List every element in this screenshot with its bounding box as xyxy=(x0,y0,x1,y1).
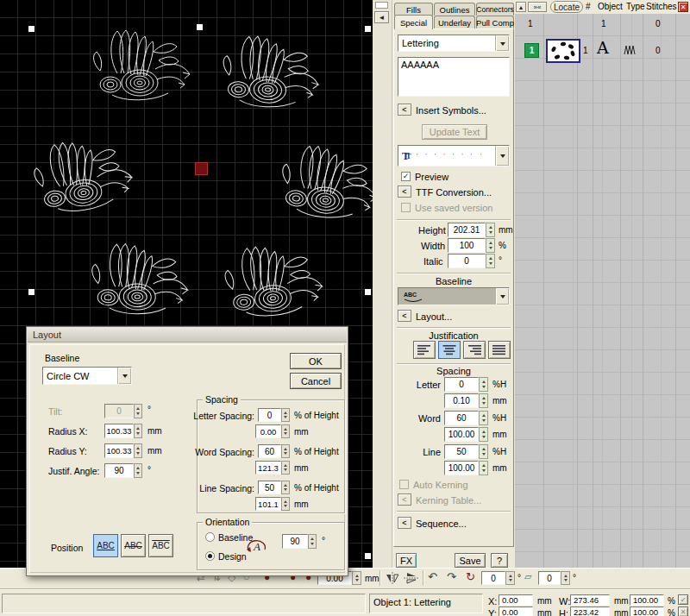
orientation-design-radio[interactable] xyxy=(205,551,215,561)
object-kind-select[interactable]: Lettering xyxy=(398,35,510,52)
orientation-baseline-radio[interactable] xyxy=(205,532,215,542)
apply-button[interactable]: ✓ xyxy=(678,594,688,605)
tab-fills[interactable]: Fills xyxy=(394,3,433,16)
baseline-type-select[interactable]: Circle CW xyxy=(42,367,132,385)
letter-spacing-pct-input[interactable] xyxy=(444,377,479,392)
insert-symbols-label[interactable]: Insert Symbols... xyxy=(416,105,486,116)
width-field[interactable] xyxy=(570,594,610,606)
rotate-angle-stepper[interactable] xyxy=(505,571,515,585)
selection-handle[interactable] xyxy=(28,289,34,295)
chevron-down-icon[interactable] xyxy=(495,288,509,305)
object-thumbnail[interactable] xyxy=(546,39,580,63)
locate-button[interactable]: Locate xyxy=(550,1,583,13)
lettering-motif[interactable] xyxy=(30,134,135,217)
color-badge[interactable]: 1 xyxy=(524,43,539,58)
height-stepper[interactable] xyxy=(486,223,495,237)
save-button[interactable]: Save xyxy=(455,553,486,568)
word-spacing-pct-stepper[interactable] xyxy=(479,411,488,425)
line-spacing-pct-stepper[interactable] xyxy=(479,444,488,459)
baseline-select[interactable]: ABC xyxy=(398,287,510,305)
justif-angle-input[interactable] xyxy=(104,463,134,478)
rotate-angle-input[interactable] xyxy=(481,571,505,585)
cancel-button[interactable]: Cancel xyxy=(290,373,342,389)
rotation-center-marker[interactable] xyxy=(195,162,208,175)
kerning-table-button[interactable]: < xyxy=(398,493,411,506)
letter-spacing-mm-stepper[interactable] xyxy=(281,424,290,438)
radius-x-input[interactable] xyxy=(104,424,134,438)
selection-handle[interactable] xyxy=(365,26,371,32)
ok-button[interactable]: OK xyxy=(290,353,342,369)
chevron-down-icon[interactable] xyxy=(495,146,509,166)
justify-left-button[interactable] xyxy=(413,341,436,359)
tab-underlay[interactable]: Underlay xyxy=(434,16,475,28)
selection-handle[interactable] xyxy=(365,553,371,559)
chevron-down-icon[interactable] xyxy=(495,35,509,51)
justify-center-button[interactable] xyxy=(438,341,461,359)
word-spacing-mm-stepper[interactable] xyxy=(281,461,290,475)
lettering-text-input[interactable] xyxy=(398,57,510,97)
letter-spacing-mm-input[interactable] xyxy=(444,393,479,408)
line-spacing-pct-stepper[interactable] xyxy=(281,481,290,494)
justify-full-button[interactable] xyxy=(488,341,511,359)
lettering-motif[interactable] xyxy=(94,30,190,100)
ttf-conversion-label[interactable]: TTF Conversion... xyxy=(416,187,492,198)
tab-special[interactable]: Special xyxy=(394,15,433,29)
skew-angle-input[interactable] xyxy=(538,571,561,585)
italic-stepper[interactable] xyxy=(486,254,495,268)
position-baseline-below-button[interactable]: ABC xyxy=(93,534,118,557)
chevron-down-icon[interactable] xyxy=(117,368,131,384)
lettering-motif[interactable] xyxy=(91,242,189,316)
preview-checkbox[interactable]: ✓ xyxy=(401,172,411,181)
height-field[interactable] xyxy=(570,607,610,616)
word-spacing-mm-stepper[interactable] xyxy=(479,427,488,442)
line-spacing-mm-input[interactable] xyxy=(255,497,281,511)
object-list-body[interactable]: 1 1 0 1 1 A 0 xyxy=(515,14,690,568)
width-scale-field[interactable] xyxy=(630,594,664,606)
cancel-edit-button[interactable]: ✕ xyxy=(678,607,688,616)
skew-angle-stepper[interactable] xyxy=(561,571,570,585)
word-spacing-mm-input[interactable] xyxy=(255,461,281,475)
word-spacing-pct-input[interactable] xyxy=(444,411,479,425)
word-spacing-pct-stepper[interactable] xyxy=(281,444,290,458)
radius-y-stepper[interactable] xyxy=(134,443,142,458)
tab-connectors[interactable]: Connectors xyxy=(476,3,514,16)
flip-vertical-button[interactable] xyxy=(404,570,421,586)
radius-x-stepper[interactable] xyxy=(134,424,142,438)
letter-spacing-pct-input[interactable] xyxy=(258,408,281,422)
insert-symbols-button[interactable]: < xyxy=(398,104,411,116)
justif-angle-stepper[interactable] xyxy=(134,463,142,478)
ttf-conversion-button[interactable]: < xyxy=(398,185,411,198)
italic-input[interactable] xyxy=(448,254,486,268)
radius-y-input[interactable] xyxy=(104,443,134,458)
rotate-ccw-icon[interactable]: ↶ xyxy=(428,570,437,583)
panel-grip[interactable] xyxy=(375,2,388,9)
auto-kerning-checkbox[interactable] xyxy=(399,480,409,489)
lettering-motif[interactable] xyxy=(278,142,373,223)
dialog-title-bar[interactable]: Layout xyxy=(28,328,347,343)
letter-spacing-pct-stepper[interactable] xyxy=(281,408,290,422)
justify-right-button[interactable] xyxy=(463,341,486,359)
tab-pull-comp[interactable]: Pull Comp xyxy=(476,16,514,28)
selection-handle[interactable] xyxy=(28,26,34,32)
update-text-button[interactable]: Update Text xyxy=(422,124,487,140)
x-position-field[interactable] xyxy=(499,594,533,606)
dock-panel-button[interactable]: ▴ xyxy=(516,2,526,12)
orientation-angle-input[interactable] xyxy=(282,534,308,549)
word-spacing-mm-input[interactable] xyxy=(444,427,479,442)
y-position-field[interactable] xyxy=(499,607,533,616)
position-baseline-middle-button[interactable]: ABC xyxy=(121,534,146,557)
help-button[interactable]: ? xyxy=(491,553,508,568)
line-spacing-mm-stepper[interactable] xyxy=(281,497,290,511)
object-row[interactable]: 1 1 A 0 xyxy=(515,36,690,64)
tab-outlines[interactable]: Outlines xyxy=(434,3,475,16)
orientation-angle-stepper[interactable] xyxy=(308,534,317,549)
panel-collapse-button[interactable]: ◄ xyxy=(374,11,389,23)
position-baseline-above-button[interactable]: ABC xyxy=(148,534,173,557)
line-spacing-mm-input[interactable] xyxy=(444,461,479,475)
rotate-cw-icon[interactable]: ↷ xyxy=(447,570,456,583)
line-spacing-pct-input[interactable] xyxy=(444,444,479,459)
width-input[interactable] xyxy=(448,238,486,253)
line-spacing-mm-stepper[interactable] xyxy=(479,461,488,475)
selection-handle[interactable] xyxy=(197,24,203,30)
tilt-stepper[interactable] xyxy=(134,404,142,418)
